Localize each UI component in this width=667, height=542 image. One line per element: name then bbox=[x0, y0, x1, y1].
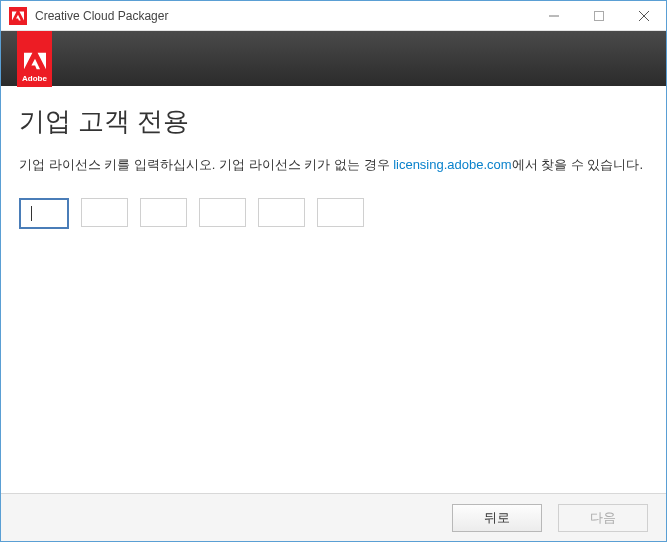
license-field-3[interactable] bbox=[140, 198, 187, 227]
header-band: Adobe bbox=[1, 31, 666, 86]
text-cursor-icon bbox=[31, 206, 32, 221]
instruction-after: 에서 찾을 수 있습니다. bbox=[512, 157, 643, 172]
license-field-4[interactable] bbox=[199, 198, 246, 227]
next-button[interactable]: 다음 bbox=[558, 504, 648, 532]
maximize-button[interactable] bbox=[576, 1, 621, 30]
titlebar: Creative Cloud Packager bbox=[1, 1, 666, 31]
app-icon bbox=[9, 7, 27, 25]
adobe-badge: Adobe bbox=[17, 31, 52, 87]
close-button[interactable] bbox=[621, 1, 666, 30]
license-field-2[interactable] bbox=[81, 198, 128, 227]
license-field-5[interactable] bbox=[258, 198, 305, 227]
adobe-badge-label: Adobe bbox=[22, 74, 47, 83]
window-title: Creative Cloud Packager bbox=[35, 9, 531, 23]
footer-bar: 뒤로 다음 bbox=[1, 493, 666, 541]
licensing-link[interactable]: licensing.adobe.com bbox=[393, 157, 512, 172]
license-key-inputs bbox=[19, 198, 648, 229]
minimize-button[interactable] bbox=[531, 1, 576, 30]
back-button[interactable]: 뒤로 bbox=[452, 504, 542, 532]
window-controls bbox=[531, 1, 666, 30]
license-field-1[interactable] bbox=[19, 198, 69, 229]
instruction-before: 기업 라이선스 키를 입력하십시오. 기업 라이선스 키가 없는 경우 bbox=[19, 157, 393, 172]
license-field-6[interactable] bbox=[317, 198, 364, 227]
svg-rect-1 bbox=[594, 11, 603, 20]
content-area: 기업 고객 전용 기업 라이선스 키를 입력하십시오. 기업 라이선스 키가 없… bbox=[1, 86, 666, 493]
instruction-text: 기업 라이선스 키를 입력하십시오. 기업 라이선스 키가 없는 경우 lice… bbox=[19, 155, 648, 176]
app-window: Creative Cloud Packager Adobe 기업 고객 전용 기… bbox=[0, 0, 667, 542]
page-title: 기업 고객 전용 bbox=[19, 104, 648, 139]
